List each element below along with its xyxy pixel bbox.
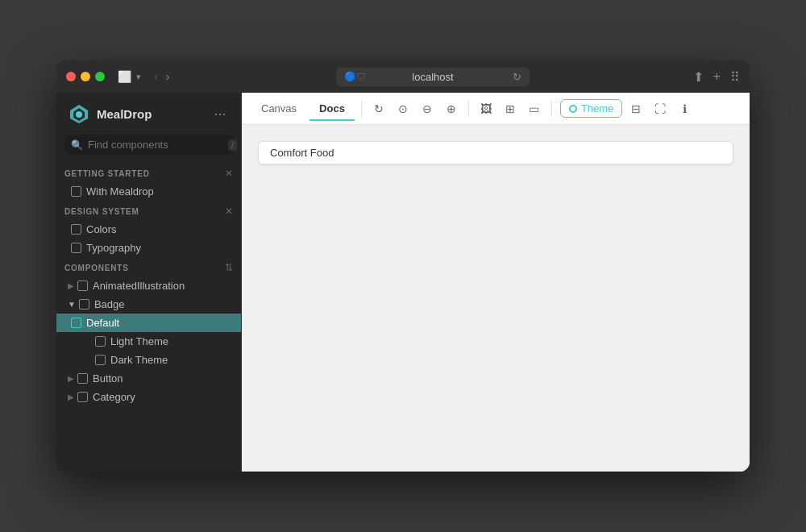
sidebar-item-with-mealdrop[interactable]: With Mealdrop	[56, 182, 241, 201]
sidebar: MealDrop ··· 🔍 / GETTING STARTED ✕ With …	[56, 93, 242, 472]
item-icon-button	[77, 373, 88, 384]
logo-area: MealDrop	[68, 102, 152, 125]
minimize-button[interactable]	[81, 72, 90, 81]
more-button[interactable]: ···	[210, 104, 230, 123]
chevron-right-icon: ▶	[68, 281, 74, 290]
section-components-toggle[interactable]: ⇅	[225, 262, 233, 273]
close-button[interactable]	[66, 72, 76, 81]
zoom-out-icon[interactable]: ⊖	[417, 98, 438, 119]
share-icon[interactable]: ⬆	[693, 69, 704, 85]
comfort-food-badge: Comfort Food	[258, 141, 733, 164]
sidebar-item-button-label: Button	[93, 372, 123, 384]
sidebar-item-badge[interactable]: ▼ Badge	[56, 295, 241, 314]
sidebar-item-animated-label: AnimatedIllustration	[93, 280, 185, 292]
refresh-icon[interactable]: ↻	[368, 98, 389, 119]
sidebar-item-light-theme[interactable]: Light Theme	[56, 332, 241, 351]
sidebar-item-colors[interactable]: Colors	[56, 220, 241, 239]
section-design-system-title: DESIGN SYSTEM	[64, 207, 139, 216]
sidebar-item-dark-theme-label: Dark Theme	[110, 354, 168, 366]
tab-canvas[interactable]: Canvas	[251, 98, 306, 121]
new-tab-icon[interactable]: +	[713, 69, 721, 84]
item-icon-typography	[71, 243, 81, 253]
canvas-container: Comfort Food	[258, 141, 733, 455]
main-area: MealDrop ··· 🔍 / GETTING STARTED ✕ With …	[56, 93, 750, 472]
theme-label: Theme	[581, 102, 613, 114]
grid-layout-icon[interactable]: ⊞	[500, 98, 521, 119]
section-design-system[interactable]: DESIGN SYSTEM ✕	[56, 201, 241, 220]
theme-button[interactable]: Theme	[560, 99, 622, 118]
nav-arrows: ‹ ›	[151, 69, 172, 85]
item-icon-default	[71, 318, 81, 328]
sidebar-header: MealDrop ···	[56, 93, 241, 131]
toolbar: Canvas Docs ↻ ⊙ ⊖ ⊕ 🖼 ⊞ ▭ Theme ⊟ ⛶ ℹ	[242, 93, 750, 125]
sidebar-item-dark-theme[interactable]: Dark Theme	[56, 351, 241, 369]
info-icon[interactable]: ℹ	[674, 98, 695, 119]
titlebar: ⬜ ▾ ‹ › 🔵 🛡 localhost ↻ ⬆ + ⠿	[56, 60, 750, 93]
canvas-area: Comfort Food	[242, 125, 750, 472]
logo-icon	[68, 102, 90, 125]
svg-point-2	[76, 111, 82, 118]
toolbar-separator	[361, 101, 362, 117]
address-bar: 🔵 🛡 localhost ↻	[179, 68, 686, 86]
sidebar-item-category[interactable]: ▶ Category	[56, 388, 241, 406]
sidebar-item-button[interactable]: ▶ Button	[56, 369, 241, 388]
sidebar-item-typography[interactable]: Typography	[56, 239, 241, 257]
section-components[interactable]: COMPONENTS ⇅	[56, 257, 241, 276]
section-getting-started-title: GETTING STARTED	[64, 169, 150, 178]
logo-text: MealDrop	[97, 107, 152, 121]
grid-icon[interactable]: ⠿	[730, 69, 740, 85]
maximize-button[interactable]	[95, 72, 105, 81]
section-components-title: COMPONENTS	[64, 264, 129, 272]
section-design-system-collapse[interactable]: ✕	[225, 206, 233, 217]
sidebar-item-badge-label: Badge	[94, 298, 125, 310]
search-icon: 🔍	[71, 139, 83, 151]
app-window: ⬜ ▾ ‹ › 🔵 🛡 localhost ↻ ⬆ + ⠿	[56, 60, 750, 472]
panel-icon[interactable]: ▭	[524, 98, 545, 119]
sidebar-item-light-theme-label: Light Theme	[110, 335, 168, 347]
forward-button[interactable]: ›	[163, 69, 173, 85]
toolbar-separator-2	[468, 101, 469, 117]
zoom-fit-icon[interactable]: ⊙	[393, 98, 413, 119]
item-icon-badge	[79, 299, 89, 310]
sidebar-item-default-label: Default	[86, 317, 119, 329]
sidebar-item-typography-label: Typography	[86, 242, 141, 254]
fullscreen-icon[interactable]: ⛶	[650, 98, 671, 119]
item-icon-dark-theme	[95, 355, 106, 365]
item-icon-with-mealdrop	[71, 186, 81, 197]
item-icon-animated	[77, 281, 88, 291]
chevron-right-button-icon: ▶	[68, 374, 74, 383]
section-getting-started[interactable]: GETTING STARTED ✕	[56, 163, 241, 182]
search-input[interactable]	[88, 139, 223, 151]
sidebar-item-colors-label: Colors	[86, 223, 117, 235]
traffic-lights	[66, 72, 105, 81]
split-icon[interactable]: ⊟	[625, 98, 646, 119]
toolbar-separator-3	[551, 101, 552, 117]
chevron-down-icon: ▼	[68, 300, 76, 309]
sidebar-item-animated-illustration[interactable]: ▶ AnimatedIllustration	[56, 276, 241, 295]
section-getting-started-collapse[interactable]: ✕	[225, 168, 233, 179]
back-button[interactable]: ‹	[151, 69, 161, 85]
sidebar-item-category-label: Category	[93, 391, 135, 403]
image-icon[interactable]: 🖼	[476, 98, 496, 119]
search-shortcut: /	[228, 139, 237, 151]
titlebar-right: ⬆ + ⠿	[693, 69, 740, 85]
tab-docs[interactable]: Docs	[310, 98, 355, 121]
sidebar-toggle[interactable]: ⬜ ▾	[118, 70, 141, 83]
theme-dot-icon	[569, 105, 577, 113]
item-icon-colors	[71, 224, 81, 235]
item-icon-light-theme	[95, 336, 106, 347]
item-icon-category	[77, 392, 88, 402]
search-bar[interactable]: 🔍 /	[64, 135, 233, 155]
content-area: Canvas Docs ↻ ⊙ ⊖ ⊕ 🖼 ⊞ ▭ Theme ⊟ ⛶ ℹ	[242, 93, 750, 472]
sidebar-item-with-mealdrop-label: With Mealdrop	[86, 185, 154, 197]
chevron-right-category-icon: ▶	[68, 393, 74, 401]
zoom-in-icon[interactable]: ⊕	[441, 98, 462, 119]
sidebar-item-default[interactable]: Default	[56, 314, 241, 332]
